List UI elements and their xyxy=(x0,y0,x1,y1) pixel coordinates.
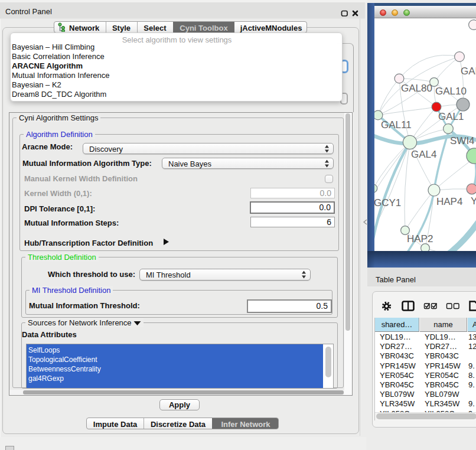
svg-text:GAL7: GAL7 xyxy=(461,66,476,77)
svg-text:GCY1: GCY1 xyxy=(374,197,401,208)
svg-text:SWI4: SWI4 xyxy=(450,135,475,146)
svg-text:HAP4: HAP4 xyxy=(436,196,462,207)
svg-text:Y: Y xyxy=(471,195,476,207)
svg-text:HAP2: HAP2 xyxy=(407,233,433,244)
svg-text:GAL1: GAL1 xyxy=(438,111,464,122)
svg-text:GAL11: GAL11 xyxy=(381,119,412,131)
svg-text:GAL10: GAL10 xyxy=(435,86,467,97)
svg-text:GAL4: GAL4 xyxy=(411,149,436,160)
svg-text:GAL80: GAL80 xyxy=(401,83,432,94)
